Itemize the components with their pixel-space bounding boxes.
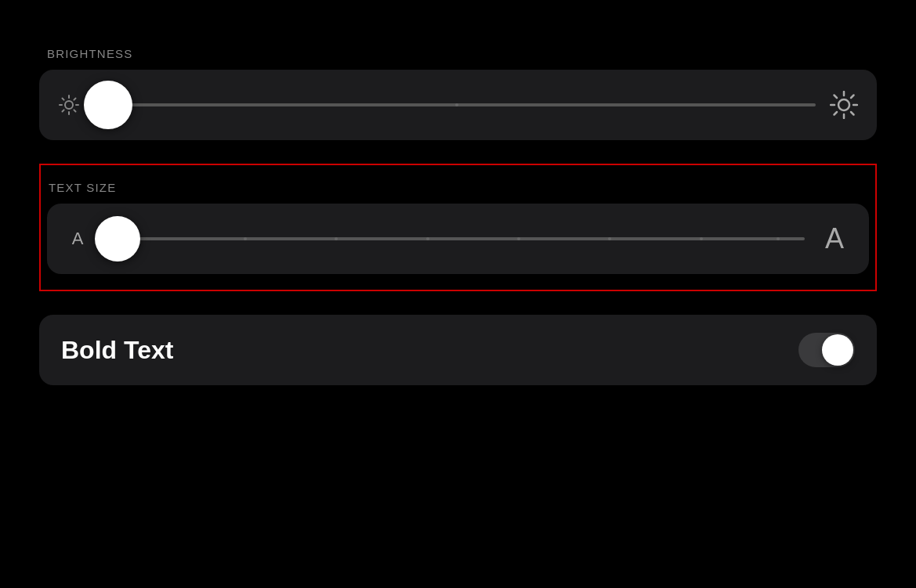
svg-line-7 [74, 99, 75, 100]
page-container: BRIGHTNESS [0, 0, 916, 588]
text-size-label: TEXT SIZE [41, 181, 875, 194]
brightness-slider-card [39, 70, 877, 140]
bold-text-toggle-thumb [822, 334, 853, 366]
brightness-min-icon [58, 94, 80, 116]
brightness-tick-mid [455, 103, 458, 106]
brightness-slider-track-container[interactable] [94, 101, 816, 109]
text-tick-5 [608, 237, 611, 240]
text-size-slider-track-container[interactable] [103, 235, 805, 243]
brightness-slider-thumb[interactable] [84, 81, 132, 129]
svg-line-5 [63, 99, 64, 100]
text-size-section: TEXT SIZE A A [39, 164, 877, 291]
svg-line-8 [63, 110, 64, 111]
text-tick-3 [426, 237, 429, 240]
brightness-label: BRIGHTNESS [39, 47, 877, 60]
brightness-section: BRIGHTNESS [39, 47, 877, 140]
text-size-slider-track [103, 237, 805, 240]
bold-text-toggle-container[interactable] [798, 333, 855, 367]
svg-point-0 [65, 101, 73, 109]
svg-point-9 [838, 99, 849, 110]
brightness-slider-track [94, 103, 816, 106]
brightness-max-icon [830, 91, 858, 119]
text-tick-7 [777, 237, 780, 240]
bold-text-toggle-track[interactable] [798, 333, 855, 367]
text-tick-1 [244, 237, 247, 240]
text-tick-6 [700, 237, 703, 240]
svg-line-16 [851, 96, 854, 99]
text-tick-2 [335, 237, 338, 240]
svg-line-15 [851, 112, 854, 115]
svg-line-14 [835, 96, 838, 99]
text-size-min-label: A [66, 229, 89, 249]
text-tick-4 [517, 237, 520, 240]
text-size-slider-thumb[interactable] [95, 216, 140, 262]
bold-text-card: Bold Text [39, 315, 877, 385]
svg-line-6 [74, 110, 75, 111]
text-size-max-label: A [819, 222, 850, 255]
text-size-slider-card: A A [47, 204, 869, 274]
svg-line-17 [835, 112, 838, 115]
bold-text-label: Bold Text [61, 336, 173, 365]
